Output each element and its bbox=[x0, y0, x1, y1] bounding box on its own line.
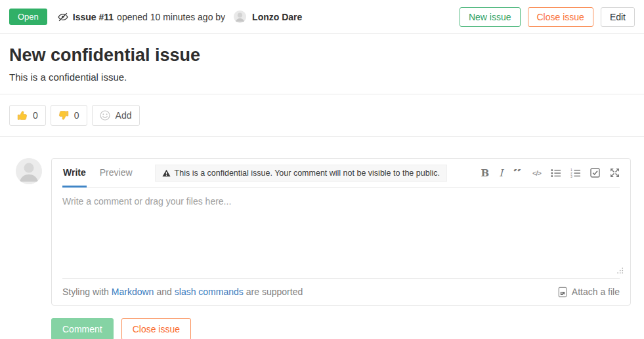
page-title: New confidential issue bbox=[9, 45, 635, 66]
thumbs-down-button[interactable]: 0 bbox=[51, 105, 87, 126]
code-icon[interactable]: </> bbox=[532, 167, 541, 179]
styling-hint: Styling with Markdown and slash commands… bbox=[62, 287, 303, 297]
award-emoji-row: 0 0 Add bbox=[0, 94, 644, 136]
comment-area: Write Preview This is a confidential iss… bbox=[0, 137, 644, 306]
current-user-avatar bbox=[16, 158, 42, 184]
supported-text: are supported bbox=[246, 287, 303, 297]
confidential-warning: This is a confidential issue. Your comme… bbox=[155, 165, 447, 182]
comment-footer: Styling with Markdown and slash commands… bbox=[62, 279, 620, 305]
tab-write[interactable]: Write bbox=[62, 159, 87, 188]
comment-form: Write Preview This is a confidential iss… bbox=[51, 158, 631, 306]
issue-reference: Issue #11 bbox=[73, 12, 114, 22]
attach-file-icon bbox=[557, 287, 568, 298]
issue-header: Open Issue #11 opened 10 minutes ago by … bbox=[0, 0, 644, 33]
task-list-icon[interactable] bbox=[590, 167, 600, 179]
author-avatar[interactable] bbox=[234, 10, 246, 23]
issue-meta: Issue #11 opened 10 minutes ago by Lonzo… bbox=[58, 10, 303, 23]
add-reaction-button[interactable]: Add bbox=[92, 105, 140, 126]
italic-icon[interactable]: I bbox=[499, 167, 503, 179]
resize-handle[interactable] bbox=[616, 265, 624, 277]
add-reaction-label: Add bbox=[116, 110, 132, 121]
opened-text: opened 10 minutes ago by bbox=[117, 12, 225, 22]
comment-textarea[interactable] bbox=[62, 188, 620, 278]
status-badge: Open bbox=[9, 9, 47, 25]
comment-body bbox=[62, 188, 620, 279]
thumbs-up-icon bbox=[17, 110, 28, 121]
thumbs-down-icon bbox=[58, 110, 69, 121]
confidential-eye-slash-icon bbox=[58, 12, 68, 22]
numbered-list-icon[interactable]: 1 2 3 bbox=[570, 167, 580, 179]
attach-file-label: Attach a file bbox=[572, 287, 620, 297]
thumbs-up-button[interactable]: 0 bbox=[9, 105, 46, 126]
markdown-link[interactable]: Markdown bbox=[112, 287, 154, 297]
fullscreen-icon[interactable] bbox=[610, 167, 620, 179]
close-issue-button-bottom[interactable]: Close issue bbox=[121, 318, 191, 339]
tab-preview[interactable]: Preview bbox=[99, 159, 133, 188]
quote-icon[interactable]: ” bbox=[513, 169, 523, 177]
form-actions: Comment Close issue bbox=[0, 306, 644, 339]
styling-prefix: Styling with bbox=[62, 287, 109, 297]
warning-text: This is a confidential issue. Your comme… bbox=[175, 169, 440, 178]
author-name[interactable]: Lonzo Dare bbox=[252, 12, 302, 22]
bullet-list-icon[interactable] bbox=[551, 167, 561, 179]
thumbs-down-count: 0 bbox=[74, 110, 79, 121]
edit-button[interactable]: Edit bbox=[601, 7, 635, 27]
thumbs-up-count: 0 bbox=[33, 110, 38, 121]
bold-icon[interactable]: B bbox=[481, 167, 490, 179]
slash-commands-link[interactable]: slash commands bbox=[175, 287, 244, 297]
smiley-icon bbox=[100, 110, 110, 121]
warning-icon bbox=[162, 169, 171, 177]
issue-description: This is a confidential issue. bbox=[9, 71, 635, 83]
attach-file-button[interactable]: Attach a file bbox=[557, 287, 620, 298]
svg-text:3: 3 bbox=[570, 174, 572, 177]
markdown-toolbar: B I ” </> 1 2 3 bbox=[481, 167, 620, 179]
comment-form-header: Write Preview This is a confidential iss… bbox=[62, 159, 620, 188]
comment-submit-button[interactable]: Comment bbox=[51, 318, 114, 339]
title-block: New confidential issue This is a confide… bbox=[0, 34, 644, 94]
and-text: and bbox=[156, 287, 171, 297]
close-issue-button-header[interactable]: Close issue bbox=[528, 7, 593, 27]
new-issue-button[interactable]: New issue bbox=[460, 7, 521, 27]
